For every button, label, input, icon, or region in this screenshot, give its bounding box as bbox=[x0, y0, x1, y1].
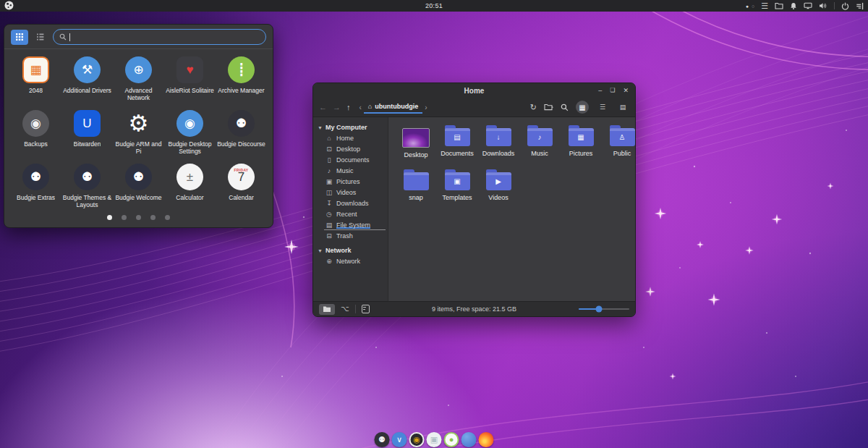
path-scroll-left-icon[interactable]: ‹ bbox=[359, 103, 362, 111]
panel-clock[interactable]: 20:51 bbox=[0, 2, 868, 9]
app-item[interactable]: ⚉ Budgie Welcome bbox=[113, 161, 164, 211]
app-item[interactable]: ⊕ Advanced Network Configur… bbox=[113, 54, 164, 104]
location-entry-toggle-button[interactable] bbox=[544, 103, 553, 111]
zoom-slider-knob[interactable] bbox=[596, 306, 603, 313]
grid-view-toggle[interactable] bbox=[11, 30, 28, 45]
app-icon-glyph: ± bbox=[187, 171, 193, 183]
app-item[interactable]: ◉ Backups bbox=[10, 107, 61, 157]
search-input[interactable] bbox=[73, 33, 260, 41]
app-item[interactable]: ⚙ Budgie ARM and Pi bbox=[113, 107, 164, 157]
close-button[interactable]: ✕ bbox=[623, 88, 629, 94]
window-titlebar[interactable]: Home – ❏ ✕ bbox=[313, 83, 635, 98]
app-item[interactable]: ⚉ Budgie Discourse bbox=[216, 107, 267, 157]
forward-button[interactable]: → bbox=[333, 103, 341, 111]
sidebar-item[interactable]: ⊟ Trash bbox=[313, 230, 388, 241]
app-icon-glyph: ┋ bbox=[237, 64, 244, 76]
zoom-slider[interactable] bbox=[579, 308, 629, 310]
power-icon[interactable] bbox=[841, 2, 849, 10]
minimize-button[interactable]: – bbox=[598, 88, 602, 94]
file-pane[interactable]: Desktop ▤ Documents ↓ Downloads ♪ Music … bbox=[388, 117, 635, 301]
file-manager-window: Home – ❏ ✕ ← → ↑ ‹ ⌂ ubuntubudgie › ↻ bbox=[312, 83, 636, 317]
sidebar-places-toggle[interactable] bbox=[319, 304, 335, 315]
app-item[interactable]: ⚒ Additional Drivers bbox=[61, 54, 113, 104]
breadcrumb-home-button[interactable]: ⌂ ubuntubudgie bbox=[364, 101, 422, 114]
sidebar-item[interactable]: ◫ Videos bbox=[313, 187, 388, 198]
app-item[interactable]: ♥ AisleRiot Solitaire bbox=[164, 54, 216, 104]
page-dot[interactable] bbox=[150, 215, 156, 220]
file-item[interactable]: ▣ Templates bbox=[437, 169, 477, 201]
app-item[interactable]: ▦ 2048 bbox=[10, 54, 61, 104]
workspace-dot-icon[interactable]: ○ bbox=[752, 4, 754, 9]
terminal-toggle[interactable] bbox=[362, 305, 370, 313]
notifications-bell-icon[interactable] bbox=[790, 2, 797, 10]
sidebar-item[interactable]: ⌂ Home bbox=[313, 132, 388, 143]
dock-media-icon[interactable]: ◉ bbox=[409, 432, 425, 447]
sidebar-item-label: Music bbox=[336, 167, 354, 174]
file-item[interactable]: ▤ Documents bbox=[437, 124, 477, 159]
tray-separator bbox=[834, 2, 835, 9]
sidebar-item[interactable]: ◷ Recent bbox=[313, 208, 388, 219]
sidebar-item[interactable]: ♪ Music bbox=[313, 165, 388, 176]
file-item[interactable]: ♙ Public bbox=[602, 124, 635, 159]
refresh-button[interactable]: ↻ bbox=[530, 103, 537, 111]
sidebar-item[interactable]: ▣ Pictures bbox=[313, 176, 388, 187]
file-item[interactable]: ↓ Downloads bbox=[478, 124, 519, 159]
file-item[interactable]: ▦ Pictures bbox=[561, 124, 601, 159]
dock-firefox-icon[interactable] bbox=[479, 432, 494, 447]
app-icon-glyph: ⚉ bbox=[133, 171, 144, 183]
file-item[interactable]: snap bbox=[396, 169, 436, 201]
file-item[interactable]: Desktop bbox=[396, 124, 436, 159]
list-view-button[interactable]: ☰ bbox=[596, 101, 609, 114]
folder-emblem-icon: ♙ bbox=[619, 134, 626, 141]
appindicator-menu-icon[interactable]: ☰ bbox=[761, 2, 768, 10]
sidebar-item-label: Network bbox=[336, 258, 360, 265]
path-scroll-right-icon[interactable]: › bbox=[425, 103, 427, 111]
back-button[interactable]: ← bbox=[319, 103, 327, 111]
sidebar-item[interactable]: ▤ File System bbox=[313, 219, 388, 230]
raven-sidebar-icon[interactable] bbox=[856, 2, 864, 10]
dock-software-icon[interactable]: ● bbox=[444, 432, 459, 447]
app-item[interactable]: ⚉ Budgie Themes & Layouts bbox=[61, 161, 113, 211]
category-view-toggle[interactable] bbox=[32, 30, 49, 45]
workspace-switcher[interactable]: ● ○ bbox=[746, 4, 754, 9]
sidebar-section-header[interactable]: ▼ My Computer bbox=[313, 122, 388, 132]
sidebar-item[interactable]: ⊕ Network bbox=[313, 255, 388, 266]
app-item[interactable]: FRIDAY 7 Calendar bbox=[216, 161, 267, 211]
page-dot[interactable] bbox=[107, 215, 112, 220]
files-tray-icon[interactable] bbox=[775, 2, 783, 9]
search-button[interactable] bbox=[561, 103, 569, 111]
app-item[interactable]: ◉ Budgie Desktop Settings bbox=[164, 107, 216, 157]
dock-files-icon[interactable]: ▣ bbox=[427, 432, 442, 447]
app-icon-glyph: ◉ bbox=[30, 117, 41, 130]
sidebar-item-label: File System bbox=[336, 221, 370, 229]
page-dot[interactable] bbox=[122, 215, 127, 220]
up-button[interactable]: ↑ bbox=[346, 103, 351, 111]
sidebar-tree-toggle[interactable]: ⌥ bbox=[341, 305, 349, 313]
file-item[interactable]: ▶ Videos bbox=[478, 169, 519, 201]
maximize-button[interactable]: ❏ bbox=[610, 88, 615, 94]
file-item[interactable]: ♪ Music bbox=[519, 124, 560, 159]
compact-view-button[interactable]: ▤ bbox=[616, 101, 629, 114]
sidebar-item[interactable]: ⊡ Desktop bbox=[313, 143, 388, 154]
display-icon[interactable] bbox=[804, 2, 812, 9]
page-dot[interactable] bbox=[165, 215, 170, 220]
file-name: Public bbox=[613, 150, 631, 157]
sidebar-item[interactable]: ↧ Downloads bbox=[313, 198, 388, 208]
app-item[interactable]: ⚉ Budgie Extras bbox=[10, 161, 61, 211]
sidebar-item[interactable]: ▯ Documents bbox=[313, 154, 388, 165]
workspace-dot-active-icon[interactable]: ● bbox=[746, 4, 749, 9]
icon-view-button[interactable]: ▦ bbox=[576, 101, 589, 114]
app-label: Backups bbox=[24, 140, 48, 148]
menu-search-field[interactable] bbox=[53, 29, 266, 45]
app-item[interactable]: U Bitwarden bbox=[61, 107, 113, 157]
dock-web-icon[interactable] bbox=[461, 432, 477, 447]
app-item[interactable]: ± Calculator bbox=[164, 161, 216, 211]
dock-mail-icon[interactable]: ∨ bbox=[392, 432, 407, 447]
sidebar-item-icon: ♪ bbox=[326, 167, 333, 174]
app-item[interactable]: ┋ Archive Manager bbox=[216, 54, 267, 104]
folder-emblem-icon: ▣ bbox=[454, 178, 460, 185]
page-dot[interactable] bbox=[136, 215, 141, 220]
dock-budgie-icon[interactable]: ⚉ bbox=[375, 432, 390, 447]
sidebar-section-header[interactable]: ▼ Network bbox=[313, 245, 388, 255]
volume-icon[interactable] bbox=[819, 2, 827, 9]
